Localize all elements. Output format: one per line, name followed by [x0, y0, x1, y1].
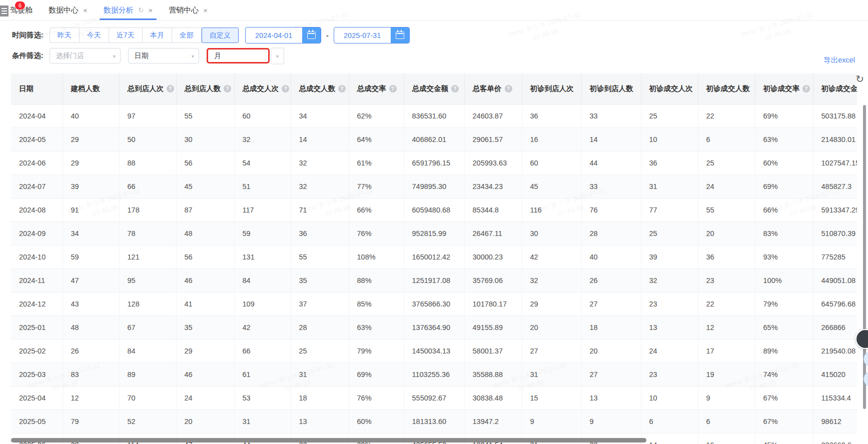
table-cell: 13 [641, 316, 698, 340]
calendar-icon [307, 32, 316, 39]
help-icon[interactable]: ? [167, 85, 174, 92]
table-cell: 1376364.90 [404, 316, 464, 340]
help-icon[interactable]: ? [282, 85, 289, 92]
table-cell: 775285 [813, 246, 857, 269]
tab-close-icon[interactable]: × [149, 6, 153, 14]
table-cell: 66% [349, 198, 404, 222]
hamburger-menu-icon[interactable] [0, 6, 9, 16]
column-header: 总成交人数? [291, 74, 349, 104]
column-header-label: 初诊到店人数 [590, 84, 633, 92]
tab-close-icon[interactable]: × [203, 6, 208, 14]
table-cell: 17 [698, 340, 755, 363]
help-icon[interactable]: ? [802, 85, 810, 92]
table-cell: 20 [581, 340, 641, 363]
date-from-calendar-button[interactable] [302, 28, 321, 43]
table-cell: 18 [581, 316, 641, 340]
horizontal-scrollbar[interactable] [11, 438, 646, 442]
tab-2[interactable]: 数据中心× [49, 0, 88, 20]
table-row: 2025-03838946613169%1103255.3635588.8831… [11, 363, 857, 386]
table-cell: 24 [176, 386, 234, 410]
table-cell: 645796.68 [813, 292, 857, 316]
table-cell: 42 [234, 316, 291, 340]
table-row: 2025-05795220311360%181313.6013947.29966… [11, 410, 857, 434]
help-icon[interactable]: ? [224, 85, 231, 92]
table-cell: 28 [291, 316, 349, 340]
table-cell: 85% [349, 292, 404, 316]
table-cell: 2024-09 [11, 222, 63, 246]
tab-4[interactable]: 营销中心× [169, 0, 208, 20]
table-cell: 23 [698, 269, 755, 292]
date-to-input[interactable]: 2025-07-31 [334, 27, 410, 44]
table-cell: 55 [698, 198, 755, 222]
help-icon[interactable]: ? [451, 85, 459, 92]
table-cell: 29061.57 [464, 128, 522, 152]
table-cell: 109 [234, 292, 291, 316]
date-from-input[interactable]: 2024-04-01 [245, 27, 321, 44]
help-icon[interactable]: ? [505, 85, 512, 92]
tab-3[interactable]: 数据分析↻× [104, 0, 153, 20]
table-cell: 6059480.68 [404, 198, 464, 222]
time-filter-button-2[interactable]: 今天 [80, 28, 109, 43]
table-header-row: 日期建档人数总到店人次?总到店人数?总成交人次?总成交人数?总成交率?总成交金额… [11, 74, 857, 104]
table-cell: 2024-06 [11, 152, 63, 175]
table-cell: 15 [522, 386, 581, 410]
help-icon[interactable]: ? [338, 85, 346, 92]
table-refresh-icon[interactable]: ↻ [855, 73, 864, 85]
help-icon[interactable]: ? [389, 85, 397, 92]
time-filter-button-6[interactable]: 自定义 [202, 28, 239, 43]
column-header-label: 初诊成交人次 [649, 84, 693, 92]
table-cell: 55 [176, 104, 234, 128]
table-cell: 9 [522, 410, 581, 434]
table-cell: 121 [119, 246, 176, 269]
time-filter-button-5[interactable]: 全部 [172, 28, 202, 43]
table-cell: 9 [698, 386, 755, 410]
table-cell: 56 [176, 152, 234, 175]
tab-label: 数据中心 [49, 6, 79, 15]
table-cell: 30 [176, 128, 234, 152]
table-cell: 60 [234, 104, 291, 128]
table-cell: 14 [581, 128, 641, 152]
export-excel-link[interactable]: 导出excel [823, 56, 855, 65]
table-row: 2024-0891178871177166%6059480.6885344.81… [11, 198, 857, 222]
table-cell: 33 [581, 104, 641, 128]
tab-strip: 驾驶舱数据中心×数据分析↻×营销中心× [10, 0, 224, 20]
table-cell: 83% [755, 222, 813, 246]
time-filter-row: 时间筛选: 昨天今天近7天本月全部自定义 2024-04-01 - 2025-0… [12, 28, 410, 43]
table-cell: 30 [522, 222, 581, 246]
condition-selects: 选择门店▾日期▾月▾ [50, 48, 293, 64]
table-cell: 25 [291, 340, 349, 363]
table-cell: 31 [234, 410, 291, 434]
table-cell: 24 [641, 340, 698, 363]
tab-refresh-icon[interactable]: ↻ [138, 6, 144, 14]
table-cell: 29 [176, 340, 234, 363]
table-cell: 16 [698, 434, 755, 444]
table-cell: 79 [63, 410, 119, 434]
table-cell: 42 [522, 246, 581, 269]
time-filter-label: 时间筛选: [12, 30, 44, 40]
table-cell: 555092.67 [404, 386, 464, 410]
time-filter-button-3[interactable]: 近7天 [109, 28, 143, 43]
date-to-calendar-button[interactable] [391, 28, 409, 43]
table-cell: 89 [119, 363, 176, 386]
tab-label: 数据分析 [104, 6, 134, 15]
time-filter-button-1[interactable]: 昨天 [50, 28, 80, 43]
table-cell: 71 [291, 198, 349, 222]
column-header: 总成交人次? [234, 74, 291, 104]
table-cell: 28 [581, 222, 641, 246]
table-cell: 2024-12 [11, 292, 63, 316]
column-header-label: 总成交率 [357, 84, 386, 92]
floating-avatar-widget[interactable] [855, 329, 868, 349]
table-cell: 16 [522, 128, 581, 152]
select-date-dimension[interactable]: 日期▾ [128, 48, 199, 64]
select-granularity[interactable]: 月▾ [207, 48, 270, 64]
table-cell: 2024-11 [11, 269, 63, 292]
table-cell: 6591796.15 [404, 152, 464, 175]
table-row: 2024-11479546843588%1251917.0835769.0632… [11, 269, 857, 292]
column-header-label: 初诊成交金额 [821, 84, 857, 92]
table-cell: 115334.4 [813, 386, 857, 410]
tab-close-icon[interactable]: × [83, 6, 88, 14]
time-filter-button-4[interactable]: 本月 [143, 28, 172, 43]
table-cell: 61% [349, 152, 404, 175]
select-store[interactable]: 选择门店▾ [50, 48, 121, 64]
table-cell: 59 [234, 222, 291, 246]
